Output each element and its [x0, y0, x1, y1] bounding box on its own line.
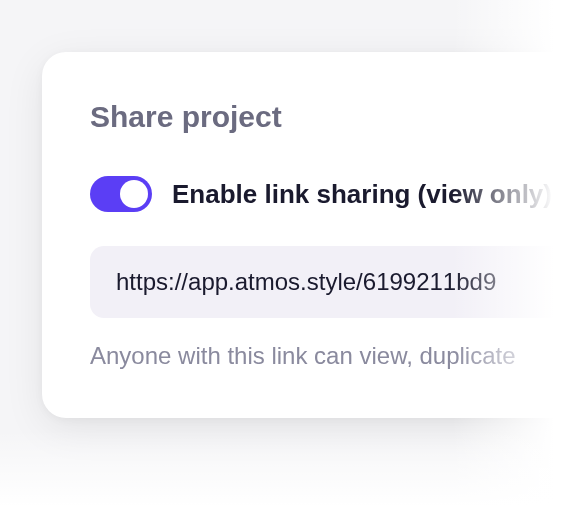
- share-project-modal: Share project Enable link sharing (view …: [42, 52, 572, 418]
- link-sharing-label: Enable link sharing (view only): [172, 179, 552, 210]
- link-sharing-row: Enable link sharing (view only): [90, 176, 572, 212]
- share-url-field[interactable]: https://app.atmos.style/6199211bd9: [90, 246, 572, 318]
- fade-overlay-bottom: [0, 430, 572, 520]
- toggle-knob: [120, 180, 148, 208]
- modal-title: Share project: [90, 100, 572, 134]
- helper-text: Anyone with this link can view, duplicat…: [90, 342, 572, 370]
- link-sharing-toggle[interactable]: [90, 176, 152, 212]
